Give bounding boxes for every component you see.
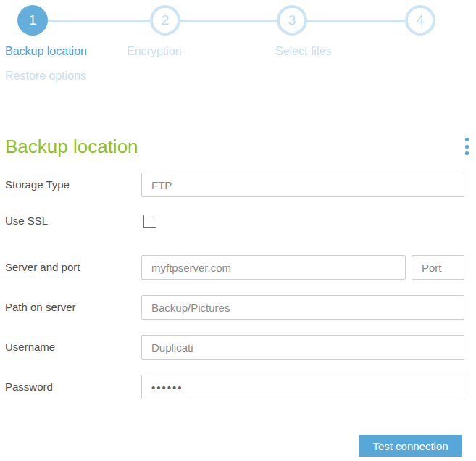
path-row: Path on server [5,295,471,320]
test-connection-button[interactable]: Test connection [359,435,462,457]
use-ssl-row: Use SSL [5,215,471,228]
step-2-number: 2 [162,12,170,28]
server-port-row: Server and port [5,255,471,280]
backup-wizard-page: 1 2 3 4 Backup location Encryption Selec… [0,0,476,461]
username-row: Username [5,335,471,360]
storage-type-label: Storage Type [5,173,70,197]
wizard-connector-line [33,20,420,22]
step-3-number: 3 [288,12,296,28]
step-4-circle[interactable]: 4 [405,5,435,36]
step-4-label[interactable]: Restore options [5,70,86,83]
step-4-number: 4 [417,12,425,28]
step-1-label[interactable]: Backup location [5,45,87,58]
kebab-menu-icon[interactable] [462,137,472,156]
step-1-number: 1 [29,12,37,28]
page-title: Backup location [5,137,138,157]
kebab-dot [465,151,469,155]
use-ssl-checkbox[interactable] [143,215,156,228]
step-2-label[interactable]: Encryption [127,45,182,58]
username-label: Username [5,335,55,360]
step-1-circle[interactable]: 1 [17,5,48,36]
path-input[interactable] [141,295,464,320]
port-input[interactable] [412,255,464,280]
use-ssl-label: Use SSL [5,215,48,228]
storage-type-row: Storage Type [5,173,471,197]
server-port-label: Server and port [5,255,80,280]
password-input[interactable] [141,375,464,399]
password-label: Password [5,375,53,399]
server-input[interactable] [141,255,406,280]
step-3-circle[interactable]: 3 [277,5,307,36]
kebab-dot [465,145,469,149]
username-input[interactable] [141,335,464,360]
path-label: Path on server [5,295,76,320]
step-3-label[interactable]: Select files [275,45,331,58]
step-2-circle[interactable]: 2 [150,5,180,36]
kebab-dot [465,138,469,141]
storage-type-input[interactable] [141,173,464,197]
password-row: Password [5,375,471,399]
